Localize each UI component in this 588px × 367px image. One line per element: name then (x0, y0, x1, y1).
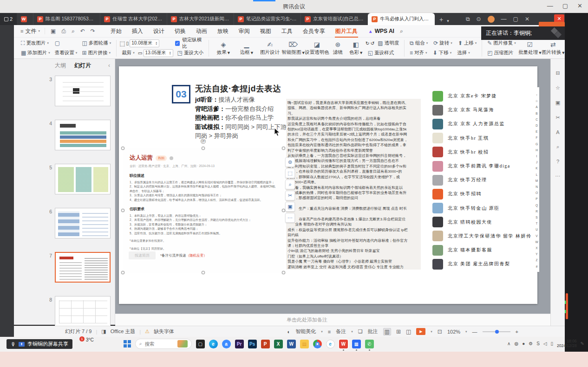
file-menu[interactable]: ≡ 文件 ▾ (14, 27, 45, 35)
zoom-level[interactable]: 102% (447, 329, 460, 335)
float-tool-icon[interactable]: ▣ (285, 202, 295, 212)
document-tab[interactable]: P 任瑞雪 吉林大学[2024122520 (100, 13, 167, 25)
rotate-button[interactable]: ⟳旋转▾ (431, 39, 455, 48)
selection-handle[interactable] (202, 147, 205, 150)
wps-home-button[interactable]: 2 (0, 13, 17, 25)
theme-label[interactable]: Office 主题 (111, 328, 136, 335)
effects-button[interactable]: ◈效果▾ (212, 39, 235, 58)
panel-icon[interactable]: ⋯ (555, 173, 561, 179)
new-window-icon[interactable]: ⧉ (466, 16, 470, 22)
beautify-button[interactable]: 智能美化 (295, 328, 316, 335)
search-input[interactable] (145, 341, 175, 347)
taskbar-app-icon[interactable]: W (339, 340, 348, 348)
tray-icon[interactable]: ● (522, 341, 525, 346)
taskbar-search[interactable]: ⌕ (135, 339, 192, 349)
undo-icon[interactable]: ↶ (80, 28, 85, 34)
view-reading-icon[interactable]: ◫ (406, 328, 411, 335)
taskbar-app-icon[interactable]: ▢ (196, 340, 205, 348)
menu-tab[interactable]: 插入 (127, 25, 148, 38)
panel-icon[interactable]: A (556, 129, 559, 135)
job-posting-image[interactable]: 达人运营 热招 全职 · 运营类-用户运营 · 北京、上海、广州、沈阳 · 20… (123, 148, 284, 273)
panel-icon[interactable]: ☆ (555, 85, 560, 91)
batch-button[interactable]: ☑批量处理▾ (518, 39, 542, 58)
preview-icon[interactable]: ⌕ (72, 28, 75, 34)
crop-button[interactable]: 裁剪▾ (119, 49, 137, 58)
comments-button[interactable]: 批注 (368, 328, 378, 335)
panel-icon[interactable]: ⊟ (555, 70, 560, 76)
save-icon[interactable]: ▣ (51, 28, 56, 34)
height-input[interactable]: 13.05厘米▲▼ (144, 49, 173, 57)
opacity-button[interactable]: ▨透明度 (375, 39, 401, 48)
menu-tab[interactable]: 视图 (255, 25, 276, 38)
compress-button[interactable]: ◰压缩图片 (485, 49, 518, 58)
slideshow-button[interactable]: ▶ (416, 328, 425, 335)
windows-start-icon[interactable] (124, 340, 131, 348)
slide-thumbnail[interactable]: 4 (14, 120, 115, 150)
taskbar-app-icon[interactable]: W (287, 340, 296, 348)
notes-button[interactable]: 备注 (336, 328, 346, 335)
smart-cutout-button[interactable]: ⌦智能抠图▾ (281, 39, 305, 58)
taskbar-app-icon[interactable]: ◉ (313, 340, 322, 348)
selection-handle[interactable] (121, 271, 124, 274)
notes-pane[interactable]: 单击此处添加备注 (115, 314, 550, 326)
collapse-panel-icon[interactable]: ‹ (108, 62, 110, 69)
view-sorter-icon[interactable]: ⊞ (396, 328, 401, 335)
rotate-ccw-icon[interactable]: ↺ (370, 40, 374, 46)
print-icon[interactable]: ⎙ (61, 28, 66, 34)
menu-tab[interactable]: 动画 (191, 25, 212, 38)
taskbar-app-icon[interactable]: e (326, 340, 335, 348)
skin-icon[interactable]: ⊙ (477, 16, 481, 22)
tray-icon[interactable]: ◍ (514, 341, 518, 346)
document-tab[interactable]: P 吉林大学2021级新闻系 李铜桐 (167, 13, 234, 25)
zoom-out-button[interactable]: — (472, 329, 477, 335)
search-icon[interactable]: ⌕ (400, 28, 403, 34)
float-tool-icon[interactable]: ⬚ (285, 168, 295, 178)
tray-icon[interactable]: ▯ (551, 341, 554, 346)
convert-button[interactable]: ⇄图片转换▾ (542, 39, 565, 58)
tray-icon[interactable]: ◁ (543, 341, 547, 346)
taskbar-app-icon[interactable]: X (274, 340, 283, 348)
reset-size-button[interactable]: ◳重设大小 (175, 49, 206, 58)
pic-design-button[interactable]: ✍图片设计 (258, 39, 281, 58)
panel-icon[interactable]: ⌕ (556, 144, 559, 150)
float-tool-icon[interactable]: ✂ (285, 191, 295, 200)
menu-tab[interactable]: 放映 (212, 25, 234, 38)
float-tool-icon[interactable]: ⌕ (285, 180, 295, 189)
slide-thumbnail[interactable]: 6 (14, 208, 115, 238)
menu-tab[interactable]: 图片工具 (330, 25, 363, 38)
tray-icon[interactable]: S (536, 341, 540, 346)
document-tab[interactable]: P 笔记品类运营实习生-网易云音乐 (234, 13, 301, 25)
fit-window-icon[interactable]: ⊡ (438, 328, 442, 335)
tray-icon[interactable]: ⚙ (529, 341, 533, 346)
carousel-button[interactable]: ◫多图轮播▾ (79, 39, 113, 48)
tab-slides[interactable]: 幻灯片 (74, 62, 91, 70)
width-input[interactable]: 10.08厘米▲▼ (130, 39, 159, 47)
bring-forward-button[interactable]: ⬆上移▾ (456, 39, 479, 48)
tab-list-chevron-icon[interactable]: ▾ (447, 19, 449, 23)
taskbar-app-icon[interactable]: Ps (248, 340, 257, 348)
taskbar-app-icon[interactable]: ✆ (365, 340, 374, 348)
view-settings-button[interactable]: 查看设置▾ (52, 49, 80, 58)
selection-handle[interactable] (121, 147, 124, 150)
new-tab-button[interactable]: + (439, 16, 443, 23)
menu-tab[interactable]: 会员专享 (298, 25, 330, 38)
zoom-slider[interactable] (483, 331, 510, 332)
wps-close-icon[interactable]: ✕ (525, 16, 529, 22)
panel-icon[interactable]: ? (556, 159, 559, 164)
document-tab[interactable]: P 陈岳阁 15837780536 立即到 (33, 13, 100, 25)
account-avatar[interactable] (488, 16, 495, 23)
transparent-button[interactable]: ◪设置透明色 (305, 39, 329, 58)
border-button[interactable]: ▁边框▾ (235, 39, 258, 58)
slide-thumbnail[interactable]: 8 (14, 296, 115, 327)
wps-minimize-icon[interactable]: — (501, 16, 507, 22)
taskbar-app-icon[interactable]: P (261, 340, 270, 348)
slide-thumbnail[interactable]: 3 (14, 76, 115, 106)
repair-button[interactable]: ✎图片修复▾ (485, 39, 518, 48)
wps-ai-button[interactable]: ▲ WPS AI (368, 28, 394, 34)
menu-tab[interactable]: 开始 (105, 25, 127, 38)
menu-tab[interactable]: 设计 (148, 25, 170, 38)
selection-handle[interactable] (121, 209, 124, 212)
stitch-button[interactable]: ⊞图片拼接▾ (79, 49, 113, 58)
align-button[interactable]: ≡对齐▾ (407, 49, 430, 58)
taskbar-app-icon[interactable]: e (209, 340, 218, 348)
